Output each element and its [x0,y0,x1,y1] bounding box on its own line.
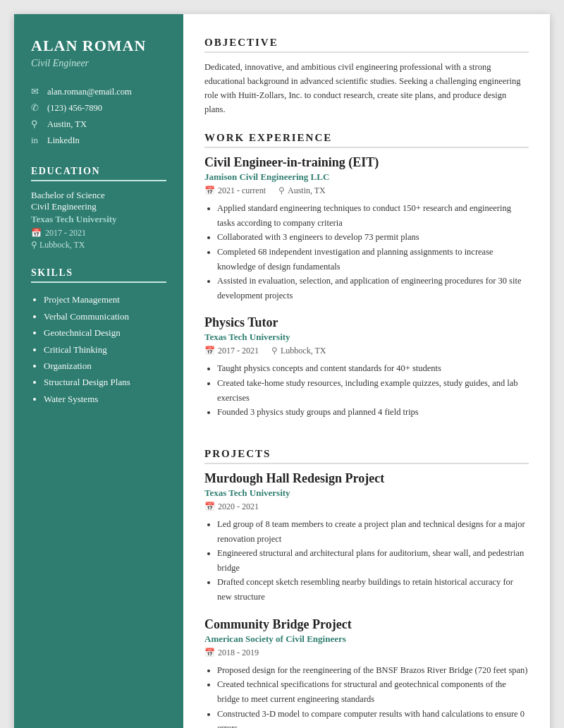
sidebar: ALAN ROMAN Civil Engineer ✉ alan.roman@e… [14,14,183,728]
job-bullets-2: Taught physics concepts and content stan… [204,361,529,420]
job-location-2: ⚲ Lubbock, TX [271,346,326,356]
contact-section: ✉ alan.roman@email.com ✆ (123) 456-7890 … [31,86,166,146]
company-name-1: Jamison Civil Engineering LLC [204,171,529,183]
location-value: Austin, TX [47,119,87,130]
project-bullets-1: Led group of 8 team members to create a … [204,517,529,605]
phone-value: (123) 456-7890 [47,103,102,114]
edu-location: ⚲ Lubbock, TX [31,240,166,250]
work-experience-title: WORK EXPERIENCE [204,132,529,148]
calendar-icon-p2: 📅 [204,648,215,658]
pin-icon: ⚲ [31,240,39,250]
project-org-1: Texas Tech University [204,487,529,499]
skill-item: Structural Design Plans [44,374,166,390]
location-icon-2: ⚲ [271,346,278,356]
skills-list: Project Management Verbal Communication … [31,291,166,407]
bullet-item: Drafted concept sketch resembling nearby… [217,575,529,604]
candidate-name: ALAN ROMAN [31,37,166,55]
bullet-item: Taught physics concepts and content stan… [217,361,529,376]
calendar-icon-2: 📅 [204,346,215,356]
resume-container: ALAN ROMAN Civil Engineer ✉ alan.roman@e… [14,14,550,728]
projects-title: PROJECTS [204,448,529,464]
email-value: alan.roman@email.com [47,87,132,97]
skill-item: Geotechnical Design [44,324,166,341]
skills-title: SKILLS [31,267,166,283]
job-meta-1: 📅 2021 - current ⚲ Austin, TX [204,186,529,196]
edu-degree: Bachelor of Science [31,190,166,201]
bullet-item: Collaborated with 3 engineers to develop… [217,230,529,245]
linkedin-item[interactable]: in LinkedIn [31,135,166,146]
job-entry-1: Civil Engineer-in-training (EIT) Jamison… [204,155,529,303]
bullet-item: Created take-home study resources, inclu… [217,376,529,405]
skill-item: Verbal Communication [44,308,166,324]
bullet-item: Completed 68 independent investigation a… [217,245,529,274]
objective-title: OBJECTIVE [204,37,529,53]
skill-item: Project Management [44,291,166,308]
linkedin-icon: in [31,135,42,146]
objective-text: Dedicated, innovative, and ambitious civ… [204,60,529,116]
project-org-2: American Society of Civil Engineers [204,633,529,645]
job-bullets-1: Applied standard engineering techniques … [204,201,529,303]
objective-section: OBJECTIVE Dedicated, innovative, and amb… [204,37,529,116]
bullet-item: Constructed 3-D model to compare compute… [217,707,529,729]
bullet-item: Proposed design for the reengineering of… [217,663,529,678]
job-dates-1: 📅 2021 - current [204,186,266,196]
projects-section: PROJECTS Murdough Hall Redesign Project … [204,448,529,728]
edu-field: Civil Engineering [31,201,166,212]
bullet-item: Assisted in evaluation, selection, and a… [217,274,529,303]
calendar-icon: 📅 [31,228,42,238]
project-bullets-2: Proposed design for the reengineering of… [204,663,529,728]
skill-item: Critical Thinking [44,341,166,358]
project-title-2: Community Bridge Project [204,617,529,632]
calendar-icon-p1: 📅 [204,502,215,512]
email-icon: ✉ [31,86,42,97]
job-meta-2: 📅 2017 - 2021 ⚲ Lubbock, TX [204,346,529,356]
bullet-item: Engineered structural and architectural … [217,546,529,575]
job-dates-2: 📅 2017 - 2021 [204,346,259,356]
phone-icon: ✆ [31,102,42,114]
email-item: ✉ alan.roman@email.com [31,86,166,97]
project-dates-1: 📅 2020 - 2021 [204,502,259,512]
skill-item: Organization [44,358,166,374]
calendar-icon-1: 📅 [204,186,215,196]
candidate-title: Civil Engineer [31,58,166,69]
edu-dates: 📅 2017 - 2021 [31,228,166,238]
project-entry-2: Community Bridge Project American Societ… [204,617,529,728]
project-meta-1: 📅 2020 - 2021 [204,502,529,512]
education-section: EDUCATION Bachelor of Science Civil Engi… [31,166,166,250]
job-entry-2: Physics Tutor Texas Tech University 📅 20… [204,315,529,420]
project-title-1: Murdough Hall Redesign Project [204,471,529,486]
job-location-1: ⚲ Austin, TX [278,186,326,196]
company-name-2: Texas Tech University [204,332,529,343]
bullet-item: Created technical specifications for str… [217,677,529,706]
location-item: ⚲ Austin, TX [31,119,166,130]
skills-section: SKILLS Project Management Verbal Communi… [31,267,166,407]
job-title-1: Civil Engineer-in-training (EIT) [204,155,529,170]
linkedin-link[interactable]: LinkedIn [47,135,80,146]
bullet-item: Applied standard engineering techniques … [217,201,529,230]
job-title-2: Physics Tutor [204,315,529,330]
location-icon-1: ⚲ [278,186,285,196]
education-title: EDUCATION [31,166,166,181]
edu-university: Texas Tech University [31,214,166,225]
project-dates-2: 📅 2018 - 2019 [204,648,259,658]
skill-item: Water Systems [44,391,166,407]
phone-item: ✆ (123) 456-7890 [31,102,166,114]
location-icon: ⚲ [31,119,42,130]
project-entry-1: Murdough Hall Redesign Project Texas Tec… [204,471,529,605]
main-content: OBJECTIVE Dedicated, innovative, and amb… [183,14,550,728]
project-meta-2: 📅 2018 - 2019 [204,648,529,658]
bullet-item: Led group of 8 team members to create a … [217,517,529,546]
bullet-item: Founded 3 physics study groups and plann… [217,405,529,420]
work-experience-section: WORK EXPERIENCE Civil Engineer-in-traini… [204,132,529,432]
